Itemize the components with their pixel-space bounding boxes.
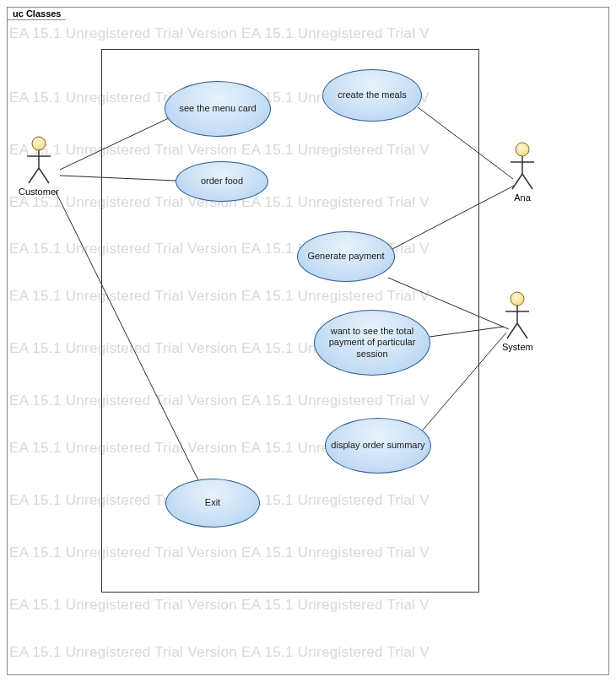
use-case-label: order food [201,176,243,187]
use-case-see-menu[interactable]: see the menu card [165,81,271,137]
use-case-label: create the meals [338,89,406,100]
use-case-label: Exit [205,497,220,508]
watermark-text: EA 15.1 Unregistered Trial Version EA 15… [9,597,430,614]
use-case-create-meals[interactable]: create the meals [322,69,422,122]
actor-customer[interactable]: Customer [19,136,59,197]
svg-line-4 [39,168,49,183]
svg-point-0 [32,137,46,150]
system-boundary [101,49,479,593]
use-case-label: display order summary [331,440,424,451]
use-case-label: want to see the total payment of particu… [320,326,424,360]
watermark-text: EA 15.1 Unregistered Trial Version EA 15… [9,644,430,661]
actor-label: Customer [19,187,59,197]
frame-title: uc Classes [7,7,73,20]
watermark-text: EA 15.1 Unregistered Trial Version EA 15… [9,25,430,42]
svg-line-8 [512,174,522,189]
use-case-display-summary[interactable]: display order summary [325,418,431,474]
actor-label: System [502,342,533,352]
use-case-total-payment[interactable]: want to see the total payment of particu… [314,310,430,376]
use-case-exit[interactable]: Exit [165,479,260,528]
actor-system[interactable]: System [502,291,533,352]
use-case-generate-payment[interactable]: Generate payment [297,231,395,282]
svg-point-5 [516,143,529,156]
use-case-label: Generate payment [307,251,384,262]
use-case-order-food[interactable]: order food [176,161,268,202]
actor-label: Ana [514,192,531,203]
svg-line-9 [522,174,532,189]
diagram-frame: uc Classes EA 15.1 Unregistered Trial Ve… [7,7,609,675]
svg-line-14 [517,323,527,338]
svg-line-3 [29,168,39,183]
svg-line-13 [507,323,517,338]
svg-point-10 [511,292,524,306]
use-case-label: see the menu card [179,103,256,114]
actor-ana[interactable]: Ana [509,142,536,203]
